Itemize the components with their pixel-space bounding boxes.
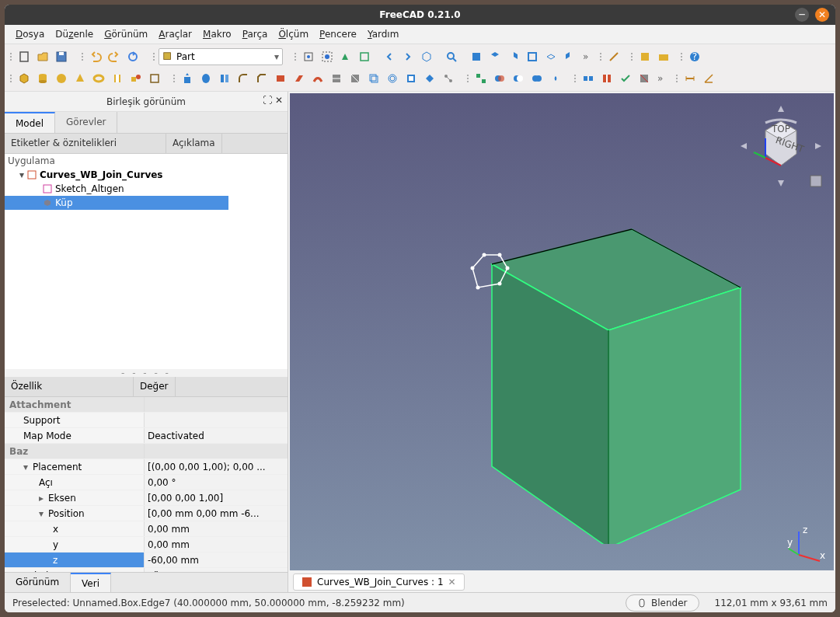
defeaturing-icon[interactable]	[636, 70, 653, 87]
torus-icon[interactable]	[90, 70, 107, 87]
property-editor[interactable]: AttachmentSupportMap ModeDeactivatedBaz▾…	[5, 397, 288, 572]
cone-icon[interactable]	[71, 70, 89, 87]
cut-icon[interactable]	[510, 70, 527, 87]
top-view-icon[interactable]	[486, 48, 504, 65]
tube-icon[interactable]	[109, 70, 126, 87]
cube-object[interactable]	[391, 155, 764, 544]
sphere-icon[interactable]	[53, 70, 70, 87]
section-icon[interactable]	[328, 70, 345, 87]
zoom-icon[interactable]	[443, 48, 460, 65]
nav-back-icon[interactable]	[381, 48, 398, 65]
group-create-icon[interactable]	[655, 48, 672, 65]
menu-help[interactable]: Yardım	[368, 29, 399, 40]
chamfer-icon[interactable]	[253, 70, 270, 87]
3d-view[interactable]: TOP RIGHT z y x	[290, 93, 834, 570]
tree-view[interactable]: Uygulama ▾ Curves_WB_Join_Curves Sketch_…	[5, 154, 288, 369]
property-row[interactable]: Attachment	[5, 397, 288, 413]
rear-view-icon[interactable]	[524, 48, 541, 65]
split-icon[interactable]	[598, 70, 615, 87]
offset2d-icon[interactable]	[384, 70, 401, 87]
property-row[interactable]: x0,00 mm	[5, 521, 288, 537]
fuse-icon[interactable]	[528, 70, 545, 87]
sweep-icon[interactable]	[309, 70, 326, 87]
nav-cube[interactable]: TOP RIGHT	[734, 99, 828, 193]
panel-splitter[interactable]: - - - - -	[5, 369, 288, 377]
iso-view-icon[interactable]	[418, 48, 435, 65]
projection-icon[interactable]	[421, 70, 438, 87]
loft-icon[interactable]	[291, 70, 308, 87]
property-row[interactable]: ▾Position[0,00 mm 0,00 mm -6...	[5, 506, 288, 521]
menu-file[interactable]: Dosya	[16, 29, 44, 40]
close-tab-icon[interactable]: ✕	[448, 577, 456, 587]
tree-item-sketch[interactable]: Sketch_Altıgen	[5, 182, 288, 196]
measure-linear-icon[interactable]	[681, 70, 699, 87]
draw-style-icon[interactable]	[337, 48, 354, 65]
tab-data[interactable]: Veri	[71, 573, 111, 592]
bottom-view-icon[interactable]	[542, 48, 559, 65]
mirror-icon[interactable]	[216, 70, 233, 87]
measure-angular-icon[interactable]	[700, 70, 717, 87]
primitives-icon[interactable]	[127, 70, 145, 87]
menu-part[interactable]: Parça	[242, 29, 268, 40]
property-row[interactable]: Baz	[5, 444, 288, 459]
compound-icon[interactable]	[472, 70, 490, 87]
measure-icon[interactable]	[605, 48, 622, 65]
document-tab[interactable]: Curves_WB_Join_Curves : 1 ✕	[293, 573, 465, 591]
menu-window[interactable]: Pencere	[319, 29, 357, 40]
minimize-button[interactable]: ─	[795, 8, 809, 22]
refresh-icon[interactable]	[124, 48, 141, 65]
builder-icon[interactable]	[146, 70, 163, 87]
close-button[interactable]: ✕	[815, 8, 829, 22]
tab-tasks[interactable]: Görevler	[55, 112, 117, 133]
undo-icon[interactable]	[87, 48, 104, 65]
tree-root[interactable]: Uygulama	[5, 154, 288, 168]
panel-float-icon[interactable]: ⛶	[263, 95, 272, 106]
boolean-icon[interactable]	[491, 70, 508, 87]
offset3d-icon[interactable]	[365, 70, 382, 87]
menu-edit[interactable]: Düzenle	[55, 29, 93, 40]
revolve-icon[interactable]	[197, 70, 214, 87]
open-icon[interactable]	[34, 48, 51, 65]
ruled-icon[interactable]	[272, 70, 289, 87]
extrude-icon[interactable]	[179, 70, 196, 87]
fit-selection-icon[interactable]	[319, 48, 336, 65]
box-icon[interactable]	[16, 70, 33, 87]
bbox-icon[interactable]	[356, 48, 373, 65]
toolbar-overflow-icon[interactable]: »	[580, 51, 591, 62]
property-row[interactable]: Support	[5, 413, 288, 428]
property-row[interactable]: Map ModeDeactivated	[5, 428, 288, 444]
new-icon[interactable]	[16, 48, 33, 65]
menu-view[interactable]: Görünüm	[104, 29, 148, 40]
common-icon[interactable]	[547, 70, 564, 87]
fillet-icon[interactable]	[235, 70, 252, 87]
tree-document[interactable]: ▾ Curves_WB_Join_Curves	[5, 168, 288, 182]
toolbar-overflow-icon[interactable]: »	[654, 73, 666, 84]
menu-tools[interactable]: Araçlar	[159, 29, 192, 40]
redo-icon[interactable]	[106, 48, 123, 65]
join-connect-icon[interactable]	[580, 70, 597, 87]
panel-close-icon[interactable]: ✕	[275, 95, 283, 106]
left-view-icon[interactable]	[561, 48, 578, 65]
nav-style-button[interactable]: Blender	[626, 594, 699, 612]
right-view-icon[interactable]	[505, 48, 522, 65]
tab-model[interactable]: Model	[5, 112, 55, 133]
attachment-icon[interactable]	[440, 70, 457, 87]
property-row[interactable]: LabelKüp	[5, 568, 288, 572]
property-row[interactable]: y0,00 mm	[5, 537, 288, 553]
cylinder-icon[interactable]	[34, 70, 51, 87]
property-row[interactable]: Açı0,00 °	[5, 475, 288, 490]
front-view-icon[interactable]	[468, 48, 485, 65]
check-geom-icon[interactable]	[617, 70, 634, 87]
help-icon[interactable]: ?	[686, 48, 703, 65]
thickness-icon[interactable]	[403, 70, 420, 87]
tree-item-cube[interactable]: Küp	[5, 196, 228, 210]
cross-icon[interactable]	[347, 70, 364, 87]
property-row[interactable]: ▸Eksen[0,00 0,00 1,00]	[5, 490, 288, 506]
menu-measure[interactable]: Ölçüm	[278, 29, 308, 40]
tab-view[interactable]: Görünüm	[5, 573, 71, 592]
menu-macro[interactable]: Makro	[203, 29, 232, 40]
fit-all-icon[interactable]	[300, 48, 317, 65]
property-row[interactable]: z-60,00 mm	[5, 553, 288, 568]
workbench-selector[interactable]: Part ▾	[159, 48, 283, 65]
property-row[interactable]: ▾Placement[(0,00 0,00 1,00); 0,00 ...	[5, 459, 288, 475]
